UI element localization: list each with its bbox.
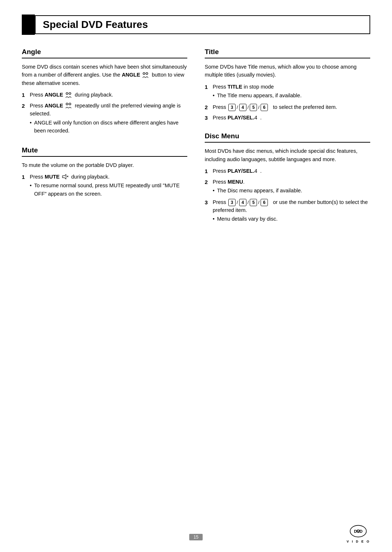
angle-bullet-1: ANGLE will only function on discs where … [30, 119, 187, 135]
angle-icon-step2 [65, 103, 73, 109]
title-button-row: 3 / 4 / 5 / 6 [228, 104, 268, 111]
page-title: Special DVD Features [43, 19, 148, 30]
angle-intro: Some DVD discs contain scenes which have… [22, 63, 187, 87]
svg-point-5 [69, 103, 71, 105]
disc-step-2-bullets: The Disc menu appears, if available. [213, 187, 370, 195]
header-title-bar: Special DVD Features [35, 15, 370, 34]
disc-bullet-1: The Disc menu appears, if available. [213, 187, 370, 195]
title-steps: 1 Press TITLE in stop mode The Title men… [205, 83, 370, 122]
mute-intro: To mute the volume on the portable DVD p… [22, 161, 187, 169]
dvd-logo: DVD V I D E O [347, 525, 370, 543]
btn-6: 6 [261, 104, 268, 111]
mute-heading: Mute [22, 146, 187, 157]
mute-steps: 1 Press MUTE during playback. To resume … [22, 173, 187, 199]
btn-5: 5 [250, 104, 257, 111]
btn-4: 4 [239, 104, 246, 111]
title-heading: Title [205, 48, 370, 58]
disc-step-2: 2 Press MENU. The Disc menu appears, if … [205, 178, 370, 196]
svg-point-3 [69, 92, 71, 94]
header-black-box [22, 15, 35, 35]
mute-step-1-bullets: To resume normal sound, press MUTE repea… [30, 181, 187, 198]
disc-button-row: 3 / 4 / 5 / 6 [228, 199, 268, 206]
disc-step-3: 3 Press 3 / 4 / 5 / 6 [205, 198, 370, 224]
angle-step-2: 2 Press ANGLE repeatedly until the prefe… [22, 102, 187, 136]
svg-point-2 [66, 92, 68, 94]
angle-heading: Angle [22, 48, 187, 58]
page-header: Special DVD Features [22, 15, 370, 35]
angle-step-2-bullets: ANGLE will only function on discs where … [30, 119, 187, 135]
disc-menu-intro: Most DVDs have disc menus, which include… [205, 147, 370, 163]
dvd-video-text: V I D E O [347, 540, 370, 543]
title-step-3: 3 Press PLAY/SEL.4 . [205, 114, 370, 122]
angle-icon [142, 72, 150, 78]
btn-3: 3 [228, 104, 236, 111]
page-container: Special DVD Features Angle Some DVD disc… [0, 0, 392, 552]
dvd-logo-graphic: DVD [348, 525, 368, 539]
disc-btn-4: 4 [239, 199, 246, 206]
mute-bullet-1: To resume normal sound, press MUTE repea… [30, 181, 187, 198]
title-step-1-bullets: The Title menu appears, if available. [213, 91, 370, 99]
title-section: Title Some DVDs have Title menus, which … [205, 48, 370, 122]
svg-point-1 [146, 73, 148, 74]
svg-marker-6 [62, 175, 66, 179]
page-number: 15 [189, 534, 203, 540]
title-step-1: 1 Press TITLE in stop mode The Title men… [205, 83, 370, 101]
svg-text:DVD: DVD [354, 529, 363, 533]
disc-step-3-bullets: Menu details vary by disc. [213, 215, 370, 223]
right-column: Title Some DVDs have Title menus, which … [205, 48, 370, 234]
svg-point-4 [66, 103, 68, 105]
mute-icon [62, 174, 69, 180]
angle-icon-step1 [65, 92, 73, 98]
disc-menu-steps: 1 Press PLAY/SEL.4 . 2 Press MENU. The D… [205, 167, 370, 224]
mute-section: Mute To mute the volume on the portable … [22, 146, 187, 199]
svg-point-0 [143, 73, 145, 74]
disc-menu-heading: Disc Menu [205, 132, 370, 143]
content-columns: Angle Some DVD discs contain scenes whic… [22, 48, 370, 234]
title-bullet-1: The Title menu appears, if available. [213, 91, 370, 99]
disc-bullet-2: Menu details vary by disc. [213, 215, 370, 223]
disc-btn-5: 5 [250, 199, 257, 206]
mute-step-1: 1 Press MUTE during playback. To resume … [22, 173, 187, 199]
angle-steps: 1 Press ANGLE during playback. [22, 91, 187, 136]
disc-step-1: 1 Press PLAY/SEL.4 . [205, 167, 370, 175]
angle-step-1: 1 Press ANGLE during playback. [22, 91, 187, 99]
disc-btn-6: 6 [261, 199, 268, 206]
disc-menu-section: Disc Menu Most DVDs have disc menus, whi… [205, 132, 370, 224]
left-column: Angle Some DVD discs contain scenes whic… [22, 48, 187, 234]
title-step-2: 2 Press 3 / 4 / 5 / 6 [205, 103, 370, 111]
title-intro: Some DVDs have Title menus, which allow … [205, 63, 370, 79]
angle-section: Angle Some DVD discs contain scenes whic… [22, 48, 187, 136]
disc-btn-3: 3 [228, 199, 236, 206]
